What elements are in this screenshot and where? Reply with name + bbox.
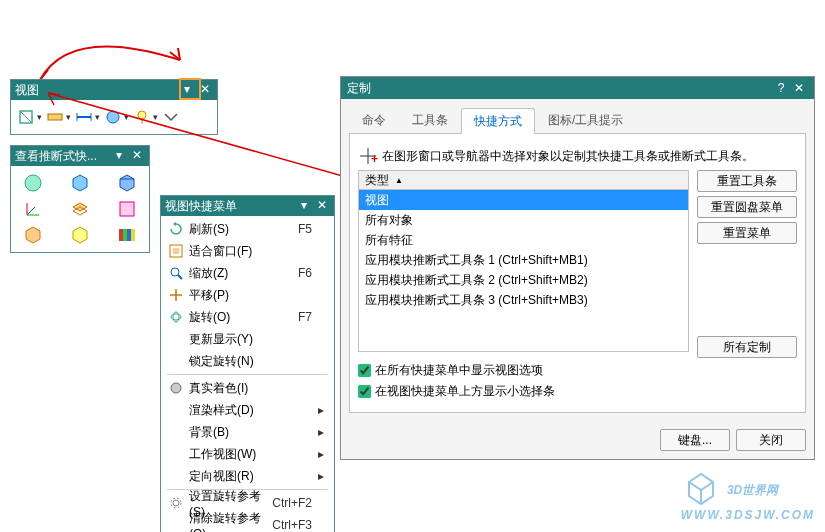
cube-blue2-icon[interactable] xyxy=(116,172,138,194)
tab-1[interactable]: 工具条 xyxy=(399,107,461,133)
menu-item-label: 刷新(S) xyxy=(185,221,298,238)
cube-yellow-icon[interactable] xyxy=(69,224,91,246)
reset-toolbar-button[interactable]: 重置工具条 xyxy=(697,170,797,192)
reset-menu-button[interactable]: 重置菜单 xyxy=(697,222,797,244)
dropdown-icon[interactable]: ▾ xyxy=(37,112,42,122)
menu-item[interactable]: 更新显示(Y) xyxy=(161,328,334,350)
tab-2[interactable]: 快捷方式 xyxy=(461,108,535,134)
menu-shortcut: F6 xyxy=(298,266,318,280)
tab-3[interactable]: 图标/工具提示 xyxy=(535,107,636,133)
hint-row: + 在图形窗口或导航器中选择对象以定制其快捷工具条或推断式工具条。 xyxy=(358,142,797,170)
inferred-panel-header: 查看推断式快... ▾ ✕ xyxy=(11,146,149,166)
list-item[interactable]: 应用模块推断式工具条 1 (Ctrl+Shift+MB1) xyxy=(359,250,688,270)
layer-icon[interactable] xyxy=(69,198,91,220)
light-icon[interactable] xyxy=(131,106,153,128)
menu-shortcut: Ctrl+F3 xyxy=(272,518,318,532)
customize-tabs: 命令工具条快捷方式图标/工具提示 xyxy=(349,107,806,134)
menu-item[interactable]: 锁定旋转(N) xyxy=(161,350,334,372)
keyboard-button[interactable]: 键盘... xyxy=(660,429,730,451)
context-menu-header: 视图快捷菜单 ▾ ✕ xyxy=(161,196,334,216)
col-type-label: 类型 xyxy=(365,172,389,189)
inferred-panel: 查看推断式快... ▾ ✕ xyxy=(10,145,150,253)
menu-item[interactable]: 平移(P) xyxy=(161,284,334,306)
shade-icon[interactable] xyxy=(102,106,124,128)
show-select-bar-checkbox[interactable] xyxy=(358,385,371,398)
svg-rect-17 xyxy=(127,229,131,241)
pan-icon xyxy=(167,288,185,302)
customize-dialog-title: 定制 xyxy=(347,77,772,99)
rainbow-icon[interactable] xyxy=(116,224,138,246)
tab-0[interactable]: 命令 xyxy=(349,107,399,133)
svg-rect-16 xyxy=(123,229,127,241)
menu-item[interactable]: 背景(B)▸ xyxy=(161,421,334,443)
menu-item-label: 缩放(Z) xyxy=(185,265,298,282)
menu-item[interactable]: 缩放(Z)F6 xyxy=(161,262,334,284)
logo-cube-icon xyxy=(681,468,721,508)
list-item[interactable]: 视图 xyxy=(359,190,688,210)
dropdown-icon[interactable]: ▾ xyxy=(95,112,100,122)
menu-item[interactable]: 刷新(S)F5 xyxy=(161,218,334,240)
watermark-url: WWW.3DSJW.COM xyxy=(681,508,815,522)
svg-line-13 xyxy=(27,207,35,215)
watermark-name: 3D世界网 xyxy=(727,483,778,497)
more-icon[interactable] xyxy=(160,106,182,128)
help-button[interactable]: ? xyxy=(772,77,790,99)
target-icon: + xyxy=(358,146,378,166)
list-item[interactable]: 应用模块推断式工具条 2 (Ctrl+Shift+MB2) xyxy=(359,270,688,290)
inferred-panel-close[interactable]: ✕ xyxy=(129,148,145,164)
sphere-icon[interactable] xyxy=(22,172,44,194)
csys-icon[interactable] xyxy=(22,198,44,220)
menu-item[interactable]: 定向视图(R)▸ xyxy=(161,465,334,487)
dialog-footer: 键盘... 关闭 xyxy=(341,421,814,459)
dropdown-icon[interactable]: ▾ xyxy=(66,112,71,122)
annotation-highlight xyxy=(179,78,201,100)
sort-asc-icon: ▲ xyxy=(395,176,403,185)
menu-separator xyxy=(167,374,328,375)
pink-box-icon[interactable] xyxy=(116,198,138,220)
svg-rect-14 xyxy=(120,202,134,216)
menu-shortcut: Ctrl+F2 xyxy=(272,496,318,510)
wireframe-icon[interactable] xyxy=(15,106,37,128)
cube-blue-icon[interactable] xyxy=(69,172,91,194)
menu-item[interactable]: 真实着色(I) xyxy=(161,377,334,399)
dropdown-icon[interactable]: ▾ xyxy=(124,112,129,122)
customize-content: + 在图形窗口或导航器中选择对象以定制其快捷工具条或推断式工具条。 类型 ▲ 视… xyxy=(349,134,806,413)
measure-icon[interactable] xyxy=(73,106,95,128)
watermark: 3D世界网 WWW.3DSJW.COM xyxy=(681,468,815,522)
svg-text:+: + xyxy=(371,152,378,166)
cube-orange-icon[interactable] xyxy=(22,224,44,246)
close-icon[interactable]: ✕ xyxy=(790,77,808,99)
context-menu-dropdown[interactable]: ▾ xyxy=(296,198,312,214)
svg-rect-2 xyxy=(48,114,62,120)
close-button[interactable]: 关闭 xyxy=(736,429,806,451)
menu-item[interactable]: 旋转(O)F7 xyxy=(161,306,334,328)
submenu-arrow-icon: ▸ xyxy=(318,469,328,483)
menu-shortcut: F5 xyxy=(298,222,318,236)
clip-icon[interactable] xyxy=(44,106,66,128)
fit-icon xyxy=(167,244,185,258)
all-custom-button[interactable]: 所有定制 xyxy=(697,336,797,358)
inferred-panel-dropdown[interactable]: ▾ xyxy=(111,148,127,164)
dropdown-icon[interactable]: ▾ xyxy=(153,112,158,122)
menu-item[interactable]: 工作视图(W)▸ xyxy=(161,443,334,465)
context-menu-close[interactable]: ✕ xyxy=(314,198,330,214)
svg-line-22 xyxy=(178,275,182,279)
menu-item-label: 工作视图(W) xyxy=(185,446,318,463)
list-column-header[interactable]: 类型 ▲ xyxy=(358,170,689,190)
list-item[interactable]: 所有对象 xyxy=(359,210,688,230)
type-list: 视图所有对象所有特征应用模块推断式工具条 1 (Ctrl+Shift+MB1)应… xyxy=(358,190,689,352)
submenu-arrow-icon: ▸ xyxy=(318,447,328,461)
list-item[interactable]: 所有特征 xyxy=(359,230,688,250)
menu-item[interactable]: 适合窗口(F) xyxy=(161,240,334,262)
list-item[interactable]: 应用模块推断式工具条 3 (Ctrl+Shift+MB3) xyxy=(359,290,688,310)
view-context-menu: 视图快捷菜单 ▾ ✕ 刷新(S)F5适合窗口(F)缩放(Z)F6平移(P)旋转(… xyxy=(160,195,335,532)
reset-radial-button[interactable]: 重置圆盘菜单 xyxy=(697,196,797,218)
menu-item[interactable]: 渲染样式(D)▸ xyxy=(161,399,334,421)
svg-rect-18 xyxy=(131,229,135,241)
context-menu-title: 视图快捷菜单 xyxy=(165,196,294,216)
menu-item-label: 清除旋转参考(O) xyxy=(185,510,272,533)
shade-icon xyxy=(167,381,185,395)
refresh-icon xyxy=(167,222,185,236)
show-view-options-checkbox[interactable] xyxy=(358,364,371,377)
menu-item[interactable]: 清除旋转参考(O)Ctrl+F3 xyxy=(161,514,334,532)
